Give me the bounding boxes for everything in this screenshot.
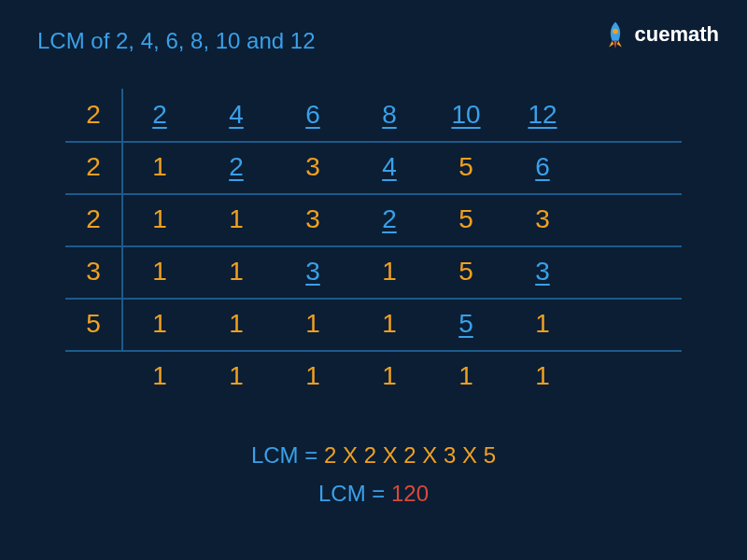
value-cell: 1: [198, 245, 275, 298]
value-cell: 12: [504, 89, 581, 141]
lcm-answer-line: LCM = 120: [0, 475, 747, 513]
value-cell: 3: [275, 245, 351, 298]
value-cell: 1: [351, 245, 428, 298]
value-cell: 5: [428, 245, 504, 298]
lcm-label: LCM: [318, 481, 366, 506]
divisor-cell: 3: [65, 245, 121, 298]
value-cell: 1: [198, 193, 275, 245]
value-cell: 5: [428, 193, 504, 245]
lcm-factors: 2 X 2 X 2 X 3 X 5: [324, 442, 496, 468]
result-block: LCM = 2 X 2 X 2 X 3 X 5 LCM = 120: [0, 437, 747, 513]
equals-sign: =: [372, 481, 385, 506]
value-cell: 8: [351, 89, 428, 141]
value-cell: 6: [504, 141, 581, 193]
lcm-factors-line: LCM = 2 X 2 X 2 X 3 X 5: [0, 437, 747, 475]
value-cell: 1: [198, 298, 275, 350]
divisor-cell: [65, 350, 121, 402]
value-cell: 5: [428, 141, 504, 193]
lcm-answer: 120: [391, 481, 429, 506]
value-cell: 1: [351, 298, 428, 350]
value-cell: 1: [351, 350, 428, 402]
value-cell: 2: [198, 141, 275, 193]
value-cell: 4: [351, 141, 428, 193]
value-cell: 1: [121, 298, 198, 350]
divisor-cell: 2: [65, 141, 121, 193]
rocket-icon: [599, 19, 631, 50]
divisor-cell: 5: [65, 298, 121, 350]
svg-point-0: [613, 29, 618, 35]
value-cell: 1: [121, 245, 198, 298]
value-cell: 1: [504, 350, 581, 402]
brand-name: cuemath: [635, 22, 719, 47]
value-cell: 1: [275, 350, 351, 402]
value-cell: 3: [275, 193, 351, 245]
lcm-label: LCM: [251, 442, 299, 468]
value-cell: 1: [275, 298, 351, 350]
lesson-title: LCM of 2, 4, 6, 8, 10 and 12: [37, 28, 316, 54]
value-cell: 1: [198, 350, 275, 402]
value-cell: 3: [275, 141, 351, 193]
divisor-cell: 2: [65, 193, 121, 245]
value-cell: 5: [428, 298, 504, 350]
value-cell: 1: [121, 141, 198, 193]
value-cell: 2: [121, 89, 198, 141]
brand-logo: cuemath: [599, 19, 719, 50]
value-cell: 6: [275, 89, 351, 141]
division-table: 2 2 4 6 8 10 12 2 1 2 3 4 5 6 2 1 1 3 2 …: [65, 89, 682, 402]
value-cell: 1: [428, 350, 504, 402]
value-cell: 3: [504, 193, 581, 245]
divisor-cell: 2: [65, 89, 121, 141]
value-cell: 1: [121, 193, 198, 245]
value-cell: 4: [198, 89, 275, 141]
value-cell: 1: [121, 350, 198, 402]
value-cell: 1: [504, 298, 581, 350]
value-cell: 10: [428, 89, 504, 141]
value-cell: 2: [351, 193, 428, 245]
value-cell: 3: [504, 245, 581, 298]
equals-sign: =: [304, 442, 317, 468]
